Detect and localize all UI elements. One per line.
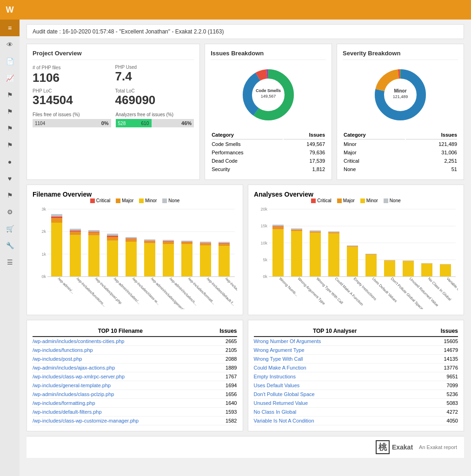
legend-critical-dot (90, 198, 95, 203)
sidebar-icon-flag2[interactable]: ⚑ (0, 103, 20, 120)
svg-text:15k: 15k (260, 224, 267, 228)
top10-filename-table: TOP 10 Filename Issues /wp-admin/include… (33, 326, 237, 425)
analyzers-free-section: Analyzers free of issues (%) 528 610 46% (116, 112, 194, 127)
issues-col-issues: Issues (284, 131, 325, 139)
cards-row: Project Overview # of PHP files 1106 PHP… (27, 44, 464, 180)
filename-link[interactable]: /wp-includes/class-wp-xmlrpc-server.php (33, 372, 208, 381)
filename-link[interactable]: /wp-includes/general-template.php (33, 381, 208, 390)
severity-table-row: Minor121,489 (344, 140, 457, 148)
sidebar-icon-flag4[interactable]: ⚑ (0, 137, 20, 153)
severity-table-row: Critical2,251 (344, 157, 457, 165)
sidebar-icon-heart[interactable]: ♥ (0, 170, 20, 187)
top10-filename-card: TOP 10 Filename Issues /wp-admin/include… (27, 320, 243, 431)
svg-text:0k: 0k (263, 274, 267, 279)
svg-rect-106 (347, 245, 358, 246)
svg-rect-103 (347, 247, 358, 277)
svg-rect-131 (440, 264, 451, 264)
svg-text:3k: 3k (41, 207, 46, 212)
analyser-link[interactable]: Variable Is Not A Condition (254, 416, 416, 425)
svg-rect-68 (219, 244, 230, 246)
svg-text:2k: 2k (41, 229, 46, 234)
analyses-overview-card: Analyses Overview Critical Major Minor (248, 185, 464, 315)
analyser-link[interactable]: No Class In Global (254, 408, 416, 416)
filename-link[interactable]: /wp-includes/class-wp-customize-manager.… (33, 416, 208, 425)
svg-rect-85 (272, 226, 284, 226)
analyser-link[interactable]: Could Make A Function (254, 364, 416, 372)
filename-link[interactable]: /wp-includes/post.php (33, 355, 208, 364)
analyses-legend-none: None (384, 198, 401, 203)
sidebar-icon-wrench[interactable]: 🔧 (0, 237, 20, 254)
top10-analyser-col-name: TOP 10 Analyser (254, 326, 416, 337)
top10-filename-col-name: TOP 10 Filename (33, 326, 208, 337)
analyses-chart-svg: 0k5k10k15k20kWrong Numb...Wrong Argument… (254, 207, 458, 309)
total-loc-metric: Total LoC 469090 (115, 88, 194, 107)
sidebar-menu-button[interactable]: ≡ (0, 20, 20, 36)
svg-text:/wp-admin/includes/general...: /wp-admin/includes/general... (150, 277, 187, 309)
svg-rect-94 (310, 231, 321, 233)
svg-text:121,489: 121,489 (393, 94, 408, 99)
svg-rect-52 (163, 244, 174, 277)
svg-rect-126 (421, 263, 432, 264)
bottom-row: TOP 10 Filename Issues /wp-admin/include… (27, 320, 464, 431)
svg-rect-98 (328, 233, 339, 277)
sidebar-icon-chart[interactable]: 📈 (0, 70, 20, 86)
svg-rect-108 (365, 255, 377, 277)
sidebar-icon-cart[interactable]: 🛒 (0, 220, 20, 237)
sidebar-icon-flag5[interactable]: ⚑ (0, 187, 20, 204)
svg-rect-83 (272, 230, 284, 277)
filename-link[interactable]: /wp-includes/functions.php (33, 346, 208, 355)
svg-rect-54 (163, 241, 174, 242)
issues-table-row: Performances79,636 (212, 149, 325, 156)
sidebar-icon-doc[interactable]: 📄 (0, 53, 20, 70)
sidebar-icon-lines[interactable]: ☰ (0, 254, 20, 271)
analyser-issues: 14679 (416, 346, 458, 355)
severity-breakdown-card: Severity Breakdown Minor 121,489 (337, 44, 464, 180)
severity-category-value: 31,006 (406, 149, 457, 156)
svg-rect-49 (144, 240, 155, 241)
top10-analyser-table: TOP 10 Analyser Issues Wrong Number Of A… (254, 326, 458, 425)
svg-rect-86 (272, 225, 284, 226)
svg-rect-29 (70, 231, 81, 231)
svg-rect-39 (107, 236, 118, 237)
analyser-link[interactable]: Don't Pollute Global Space (254, 390, 416, 399)
analyzers-free-bar: 528 610 46% (116, 119, 194, 127)
svg-rect-88 (291, 231, 302, 277)
filename-issues: 1640 (208, 399, 237, 408)
filename-link[interactable]: /wp-includes/formatting.php (33, 399, 208, 408)
filename-link[interactable]: /wp-includes/default-filters.php (33, 408, 208, 416)
files-free-pct: 0% (101, 120, 109, 126)
svg-rect-116 (384, 260, 395, 260)
analyser-link[interactable]: Empty Instructions (254, 372, 416, 381)
legend-critical: Critical (90, 198, 111, 203)
filename-overview-title: Filename Overview (33, 191, 237, 198)
svg-rect-89 (291, 230, 302, 231)
severity-donut-svg: Minor 121,489 (370, 65, 431, 125)
svg-rect-91 (291, 228, 302, 229)
analyser-link[interactable]: Uses Default Values (254, 381, 416, 390)
analyser-link[interactable]: Wrong Number Of Arguments (254, 337, 416, 346)
top10-filename-row: /wp-includes/post.php2088 (33, 355, 237, 364)
sidebar-icon-eye[interactable]: 👁 (0, 36, 20, 53)
php-loc-label: PHP LoC (33, 88, 112, 93)
filename-link[interactable]: /wp-admin/includes/ajax-actions.php (33, 364, 208, 372)
sidebar-icon-circle[interactable]: ● (0, 153, 20, 170)
filename-link[interactable]: /wp-admin/includes/class-pclzip.php (33, 390, 208, 399)
sidebar-icon-flag1[interactable]: ⚑ (0, 86, 20, 103)
legend-none-dot (162, 198, 167, 203)
filename-overview-card: Filename Overview Critical Major Minor (27, 185, 243, 315)
sidebar-icon-sliders[interactable]: ⚙ (0, 204, 20, 220)
top10-analyser-row: Wrong Type With Call14135 (254, 355, 458, 364)
filename-chart-legend: Critical Major Minor None (33, 198, 237, 203)
analyser-link[interactable]: Wrong Argument Type (254, 346, 416, 355)
filename-link[interactable]: /wp-admin/includes/continents-cities.php (33, 337, 208, 346)
svg-rect-35 (88, 230, 100, 231)
svg-rect-33 (88, 232, 100, 235)
svg-rect-44 (126, 238, 137, 239)
analyser-link[interactable]: Unused Returned Value (254, 399, 416, 408)
total-loc-label: Total LoC (115, 88, 194, 93)
analyser-link[interactable]: Wrong Type With Call (254, 355, 416, 364)
issues-category-name: Dead Code (212, 157, 283, 165)
sidebar-icon-flag3[interactable]: ⚑ (0, 120, 20, 137)
php-loc-value: 314504 (33, 93, 112, 107)
issues-category-name: Code Smells (212, 140, 283, 148)
